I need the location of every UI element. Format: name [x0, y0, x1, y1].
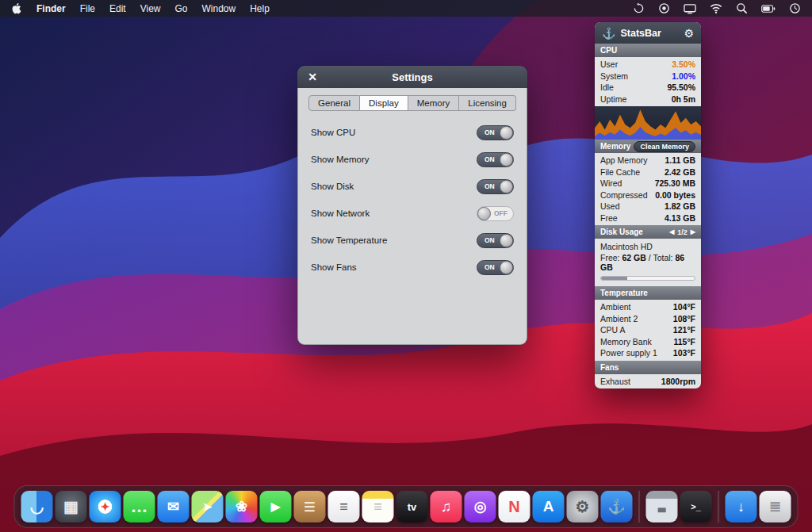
menu-app-name[interactable]: Finder: [29, 3, 73, 14]
toggle-knob: [477, 207, 491, 220]
cpu-section-header: CPU: [595, 44, 701, 57]
menu-item-edit[interactable]: Edit: [102, 3, 133, 14]
stat-row: Exhaust1800rpm: [595, 376, 701, 388]
battery-icon[interactable]: [761, 4, 776, 13]
memory-rows: App Memory1.11 GBFile Cache2.42 GBWired7…: [595, 153, 701, 225]
settings-row: Show MemoryON: [298, 146, 527, 173]
dock-icon-terminal[interactable]: >_: [680, 491, 712, 522]
settings-row: Show FansON: [298, 254, 527, 281]
stat-label: User: [600, 59, 618, 70]
clean-memory-button[interactable]: Clean Memory: [634, 141, 695, 152]
show-disk-toggle[interactable]: ON: [477, 179, 514, 194]
menu-item-go[interactable]: Go: [168, 3, 195, 14]
spotlight-icon[interactable]: [736, 2, 748, 14]
show-memory-toggle[interactable]: ON: [477, 152, 514, 167]
menu-item-window[interactable]: Window: [195, 3, 243, 14]
settings-tabs: GeneralDisplayMemoryLicensing: [298, 88, 527, 111]
record-icon[interactable]: [658, 2, 670, 14]
dock-icon-photos[interactable]: ❀: [226, 491, 258, 522]
stat-value: 3.50%: [672, 59, 695, 70]
setting-label: Show Temperature: [311, 235, 387, 245]
menu-item-help[interactable]: Help: [243, 3, 277, 14]
stat-label: App Memory: [600, 155, 648, 166]
show-network-toggle[interactable]: OFF: [477, 206, 514, 221]
stat-value: 104°F: [673, 302, 695, 312]
settings-titlebar[interactable]: ✕ Settings: [297, 66, 527, 88]
clock-icon[interactable]: [789, 2, 801, 14]
close-button[interactable]: ✕: [305, 70, 320, 84]
dock-icon-app-window[interactable]: ▃: [646, 491, 678, 522]
show-temperature-toggle[interactable]: ON: [477, 233, 514, 248]
disk-header-label: Disk Usage: [600, 228, 643, 236]
tab-licensing[interactable]: Licensing: [459, 95, 516, 111]
show-fans-toggle[interactable]: ON: [477, 260, 514, 275]
stat-row: Memory Bank115°F: [595, 336, 701, 348]
dock-icon-statsbar[interactable]: ⚓: [601, 491, 633, 522]
wifi-icon[interactable]: [710, 3, 722, 13]
tab-display[interactable]: Display: [360, 95, 408, 111]
stat-value: 0h 5m: [672, 94, 695, 105]
dock-icon-trash[interactable]: ≣: [760, 491, 791, 522]
fans-rows: Exhaust1800rpm: [595, 374, 701, 389]
settings-row: Show TemperatureON: [298, 227, 527, 254]
dock-icon-facetime[interactable]: ▶: [260, 491, 292, 522]
stat-value: 4.13 GB: [665, 213, 695, 224]
activity-icon[interactable]: [633, 2, 645, 14]
settings-row: Show DiskON: [298, 173, 527, 200]
toggle-state-label: ON: [485, 236, 495, 244]
dock-icon-tv[interactable]: tv: [396, 491, 428, 522]
display-icon[interactable]: [684, 3, 696, 14]
settings-row: Show CPUON: [298, 119, 527, 146]
dock-icon-notes[interactable]: ≡: [362, 491, 394, 522]
show-cpu-toggle[interactable]: ON: [477, 125, 514, 140]
menu-item-file[interactable]: File: [73, 3, 102, 14]
stat-row: Compressed0.00 bytes: [595, 189, 701, 201]
dock-icon-finder[interactable]: ◡: [21, 491, 53, 522]
fans-section-header: Fans: [595, 361, 701, 374]
disk-separator: /: [649, 253, 651, 262]
dock-icon-music[interactable]: ♫: [431, 491, 462, 522]
stat-label: Wired: [600, 178, 622, 189]
disk-usage-bar: [600, 276, 695, 281]
tab-general[interactable]: General: [308, 95, 360, 111]
dock-icon-mail[interactable]: ✉: [158, 491, 190, 522]
dock-divider: [718, 491, 719, 522]
stat-label: Ambient 2: [600, 314, 638, 324]
toggle-state-label: ON: [485, 128, 495, 136]
dock-icon-launchpad[interactable]: ▦: [56, 491, 87, 522]
setting-label: Show Network: [311, 209, 370, 218]
gear-icon[interactable]: ⚙: [684, 27, 694, 40]
settings-window: ✕ Settings GeneralDisplayMemoryLicensing…: [297, 66, 527, 345]
stat-label: Used: [600, 201, 620, 212]
dock-icon-messages[interactable]: …: [124, 491, 155, 522]
menu-status-icons: [633, 2, 812, 14]
disk-page-indicator: 1/2: [677, 228, 688, 236]
menu-item-view[interactable]: View: [133, 3, 168, 14]
fans-header-label: Fans: [600, 363, 619, 372]
dock-icon-maps[interactable]: ➤: [192, 491, 224, 522]
dock-icon-reminders[interactable]: ≡: [328, 491, 360, 522]
stat-row: Ambient 2108°F: [595, 313, 701, 325]
dock-icon-news[interactable]: N: [499, 491, 530, 522]
apple-logo-icon: [11, 2, 21, 14]
statsbar-header: ⚓ StatsBar ⚙: [595, 22, 701, 44]
stat-label: Free: [600, 213, 618, 224]
setting-label: Show Disk: [311, 182, 354, 191]
anchor-icon: ⚓: [602, 27, 615, 40]
disk-prev-button[interactable]: ◀: [669, 228, 674, 235]
apple-menu[interactable]: [0, 2, 29, 14]
window-title: Settings: [392, 71, 432, 83]
temperature-rows: Ambient104°FAmbient 2108°FCPU A121°FMemo…: [595, 300, 701, 361]
tab-memory[interactable]: Memory: [408, 95, 460, 111]
stat-value: 2.42 GB: [665, 167, 695, 178]
dock-icon-podcasts[interactable]: ◎: [465, 491, 496, 522]
cpu-header-label: CPU: [600, 46, 617, 55]
dock-icon-system-preferences[interactable]: ⚙: [567, 491, 599, 522]
stat-row: App Memory1.11 GB: [595, 155, 701, 166]
dock-icon-safari[interactable]: ✦: [90, 491, 121, 522]
dock-icon-app-store[interactable]: A: [533, 491, 565, 522]
dock-icon-downloads[interactable]: ↓: [726, 491, 757, 522]
dock-icon-contacts[interactable]: ☰: [294, 491, 326, 522]
disk-next-button[interactable]: ▶: [691, 228, 695, 235]
setting-label: Show Memory: [311, 155, 370, 164]
